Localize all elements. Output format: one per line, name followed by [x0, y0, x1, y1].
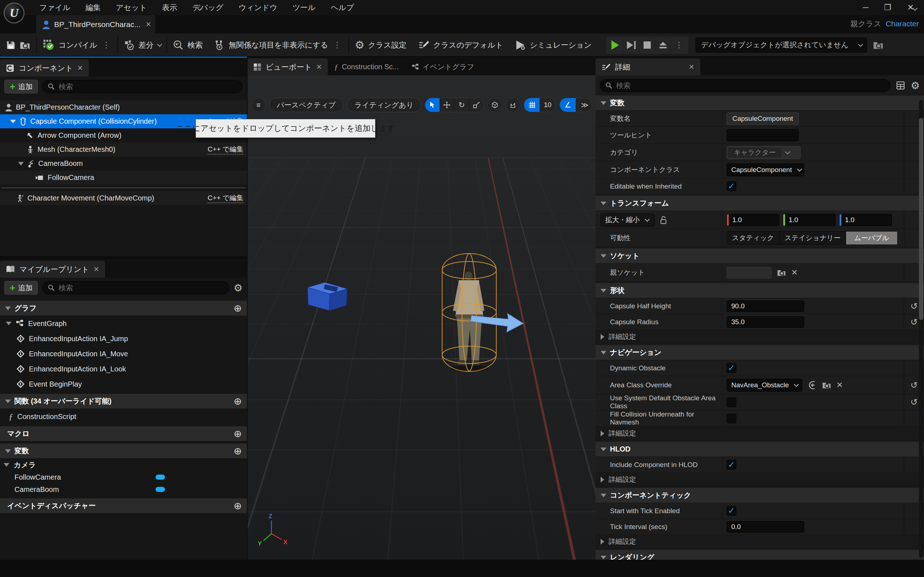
variable-followcamera[interactable]: FollowCamera [0, 471, 247, 483]
mobility-movable-option[interactable]: ムーバブル [846, 232, 897, 245]
socket-browse-icon[interactable] [777, 268, 786, 277]
section-graphs[interactable]: グラフ ⊕ [0, 301, 247, 316]
menu-view[interactable]: 表示 [155, 0, 185, 15]
surface-snapping-button[interactable] [506, 98, 520, 112]
list-item-constructionscript[interactable]: ƒ ConstructionScript [0, 409, 247, 424]
perspective-button[interactable]: パースペクティブ [269, 98, 343, 112]
advanced-settings-shape[interactable]: 詳細設定 [596, 330, 924, 344]
find-button[interactable]: 検索 [167, 34, 208, 56]
parent-class-link[interactable]: Character [886, 19, 919, 28]
editable-when-inherited-checkbox[interactable]: ✓ [727, 181, 736, 191]
rotate-tool-button[interactable]: ↻ [454, 98, 469, 112]
tree-row-followcamera[interactable]: FollowCamera [0, 171, 247, 185]
close-icon[interactable]: ✕ [689, 63, 695, 71]
frame-skip-button[interactable] [624, 38, 639, 52]
advanced-settings-hlod[interactable]: 詳細設定 [596, 473, 924, 487]
class-settings-button[interactable]: ⚙ クラス設定 [349, 34, 412, 56]
menu-window[interactable]: ウィンドウ [231, 0, 285, 15]
section-event-dispatchers[interactable]: イベントディスパッチャー ⊕ [0, 498, 247, 514]
grid-snap-value[interactable]: 10 [540, 98, 556, 112]
edit-in-cpp-link[interactable]: C++ で編集 [208, 193, 243, 203]
add-function-icon[interactable]: ⊕ [234, 396, 242, 407]
capsule-radius-field[interactable]: 35.0 [727, 316, 804, 328]
add-macro-icon[interactable]: ⊕ [234, 428, 242, 440]
add-graph-icon[interactable]: ⊕ [234, 303, 242, 314]
add-variable-icon[interactable]: ⊕ [234, 445, 242, 457]
unreal-logo[interactable]: U [3, 3, 24, 23]
list-item-ia-look[interactable]: EnhancedInputAction IA_Look [0, 361, 247, 377]
browse-icon[interactable] [822, 381, 831, 390]
display-filter-table-icon[interactable] [896, 81, 905, 90]
section-macros[interactable]: マクロ ⊕ [0, 426, 247, 442]
add-component-button[interactable]: + 追加 [4, 80, 38, 93]
advanced-settings-navigation[interactable]: 詳細設定 [596, 427, 924, 440]
section-hlod[interactable]: HLOD [596, 442, 924, 457]
advanced-settings-tick[interactable]: 詳細設定 [596, 535, 924, 548]
close-icon[interactable]: ✕ [316, 63, 322, 71]
add-blueprint-item-button[interactable]: + 追加 [4, 281, 38, 295]
tree-row-character-movement[interactable]: Character Movement (CharMoveComp) C++ で編… [0, 191, 247, 205]
close-icon[interactable]: ✕ [94, 265, 99, 273]
view-mode-button[interactable]: ライティングあり [347, 98, 421, 112]
section-transform[interactable]: トランスフォーム [596, 196, 924, 211]
section-variables[interactable]: 変数 ⊕ [0, 443, 247, 459]
scale-x-field[interactable]: 1.0 [727, 214, 779, 226]
component-class-dropdown[interactable]: CapsuleComponent [727, 163, 804, 176]
tick-interval-field[interactable]: 0.0 [727, 521, 804, 533]
scale-y-field[interactable]: 1.0 [783, 214, 835, 226]
section-rendering[interactable]: レンダリング [596, 550, 924, 560]
menu-debug[interactable]: デバッグ [185, 0, 231, 15]
coordinate-space-button[interactable] [488, 98, 502, 112]
menu-edit[interactable]: 編集 [78, 0, 108, 15]
socket-clear-icon[interactable]: ✕ [791, 268, 798, 277]
details-settings-gear-icon[interactable]: ⚙ [911, 80, 920, 92]
details-search-input[interactable] [616, 82, 885, 90]
use-selected-asset-icon[interactable] [808, 380, 817, 390]
section-shape[interactable]: 形状 [596, 283, 924, 298]
expand-caret-icon[interactable] [10, 120, 16, 123]
menu-tools[interactable]: ツール [285, 0, 323, 15]
maximize-button[interactable]: ❐ [884, 3, 892, 12]
eject-button[interactable] [655, 38, 671, 52]
move-tool-button[interactable] [440, 98, 455, 112]
save-icon[interactable] [6, 40, 16, 50]
edit-in-cpp-link[interactable]: C++ で編集 [208, 145, 243, 154]
compile-options-icon[interactable]: ⋮ [101, 40, 111, 50]
viewport-3d-scene[interactable]: Z Y X ≡ パースペクティブ ライティングあり ↻ [247, 76, 596, 560]
blueprint-settings-gear-icon[interactable]: ⚙ [234, 282, 242, 294]
add-dispatcher-icon[interactable]: ⊕ [234, 500, 242, 512]
play-button[interactable] [607, 38, 624, 52]
tooltip-field[interactable] [727, 129, 799, 141]
rotation-snap-toggle[interactable]: ∠ [560, 98, 576, 112]
include-hlod-checkbox[interactable]: ✓ [727, 460, 736, 469]
scale-z-field[interactable]: 1.0 [839, 214, 892, 226]
tab-construction-script[interactable]: ƒ Construction Sc... [328, 58, 405, 76]
diff-button[interactable]: 差分 [118, 34, 166, 56]
area-class-dropdown[interactable]: NavArea_Obstacle [727, 379, 802, 392]
section-component-tick[interactable]: コンポーネントティック [596, 488, 924, 503]
tree-row-self[interactable]: BP_ThirdPersonCharacter (Self) [0, 100, 247, 114]
minimize-button[interactable]: ─ [863, 3, 868, 12]
scale-mode-dropdown[interactable]: 拡大・縮小 [601, 213, 655, 226]
my-blueprint-search[interactable] [42, 281, 229, 294]
list-item-eventgraph[interactable]: EventGraph [0, 316, 247, 331]
mobility-static-option[interactable]: スタティック [727, 232, 780, 245]
tab-components[interactable]: コンポーネント ✕ [0, 60, 89, 76]
tab-viewport[interactable]: ビューポート ✕ [247, 58, 328, 76]
my-blueprint-search-input[interactable] [58, 284, 224, 292]
category-dropdown[interactable]: キャラクター [727, 146, 801, 159]
viewport-menu-button[interactable]: ≡ [251, 98, 266, 112]
debug-object-dropdown[interactable]: デバッグオブジェクトが選択されていません [696, 37, 867, 53]
close-icon[interactable]: ✕ [77, 64, 83, 72]
details-search[interactable] [600, 79, 890, 92]
section-socket[interactable]: ソケット [596, 248, 924, 264]
tab-event-graph[interactable]: イベントグラフ [405, 58, 481, 76]
grid-snap-toggle[interactable] [524, 98, 540, 112]
menu-help[interactable]: ヘルプ [323, 0, 361, 15]
menu-asset[interactable]: アセット [108, 0, 155, 15]
hide-unrelated-button[interactable]: 無関係な項目を非表示にする ⋮ [208, 34, 348, 56]
dynamic-obstacle-checkbox[interactable]: ✓ [727, 363, 736, 373]
mobility-stationary-option[interactable]: ステイショナリー [780, 232, 846, 245]
components-search-input[interactable] [58, 82, 237, 91]
debug-browse-icon[interactable] [873, 40, 884, 50]
